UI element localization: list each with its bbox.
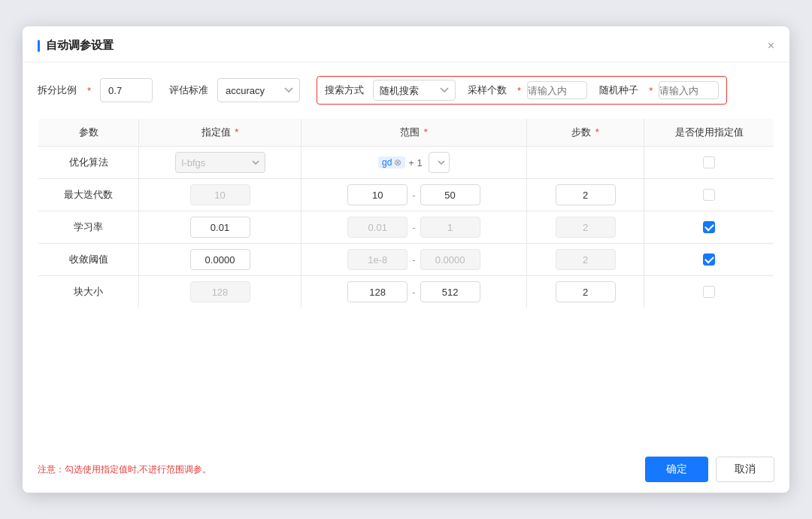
close-icon[interactable]: × xyxy=(768,40,774,52)
range-dropdown[interactable] xyxy=(429,152,450,173)
eval-standard-select[interactable]: accuracy f1 rmse xyxy=(217,78,300,102)
table-row: 块大小 - xyxy=(38,276,774,308)
split-ratio-input[interactable] xyxy=(100,78,153,102)
dialog-title: 自动调参设置 xyxy=(38,38,114,53)
table-row: 收敛阈值 - xyxy=(38,244,774,276)
range-to-input xyxy=(420,249,480,270)
params-table: 参数 指定值 * 范围 * 步数 * 是否使用指定值 xyxy=(38,118,774,308)
range-cell: - xyxy=(301,276,526,308)
table-row: 学习率 - xyxy=(38,211,774,244)
steps-cell xyxy=(526,244,644,276)
steps-input xyxy=(556,249,616,270)
range-from-input xyxy=(347,249,408,270)
steps-input xyxy=(556,217,616,238)
auto-tune-dialog: 自动调参设置 × 拆分比例 * 评估标准 accuracy f1 rmse 搜索… xyxy=(23,26,789,493)
steps-input[interactable] xyxy=(556,184,616,205)
footer-buttons: 确定 取消 xyxy=(645,457,774,482)
range-separator: - xyxy=(412,190,415,201)
range-cell: - xyxy=(301,179,526,211)
range-to-input xyxy=(420,217,480,238)
col-header-range: 范围 * xyxy=(301,119,526,147)
random-seed-input[interactable] xyxy=(659,81,719,99)
top-row: 拆分比例 * 评估标准 accuracy f1 rmse 搜索方式 随机搜索 网… xyxy=(38,76,774,105)
use-fixed-checkbox[interactable] xyxy=(703,253,715,266)
empty-area xyxy=(38,308,774,444)
table-row: 优化算法 l-bfgs gd ⊗ + 1 xyxy=(38,147,774,179)
col-header-fixed: 指定值 * xyxy=(139,119,301,147)
range-separator: - xyxy=(412,287,415,298)
dialog-header: 自动调参设置 × xyxy=(23,26,789,62)
table-row: 最大迭代数 - xyxy=(38,179,774,211)
confirm-button[interactable]: 确定 xyxy=(645,457,708,482)
use-fixed-checkbox[interactable] xyxy=(703,221,715,233)
range-cell: gd ⊗ + 1 xyxy=(301,147,526,179)
steps-cell xyxy=(526,147,644,179)
fixed-value-cell xyxy=(139,244,301,276)
param-name: 学习率 xyxy=(38,211,139,244)
search-method-label: 搜索方式 xyxy=(325,83,364,97)
sample-count-input[interactable] xyxy=(527,81,587,99)
optimizer-select[interactable]: l-bfgs xyxy=(175,152,265,173)
range-to-input[interactable] xyxy=(420,184,480,205)
footer-note: 注意：勾选使用指定值时,不进行范围调参。 xyxy=(38,463,211,476)
range-from-input[interactable] xyxy=(347,184,408,205)
range-tag-gd: gd ⊗ xyxy=(378,156,405,168)
use-fixed-checkbox[interactable] xyxy=(703,156,715,168)
fixed-value-cell xyxy=(139,179,301,211)
fixed-value-cell xyxy=(139,276,301,308)
split-ratio-label: 拆分比例 xyxy=(38,83,77,97)
use-fixed-cell xyxy=(644,211,774,244)
search-method-select[interactable]: 随机搜索 网格搜索 贝叶斯搜索 xyxy=(373,80,456,101)
param-name: 收敛阈值 xyxy=(38,244,139,276)
dialog-footer: 注意：勾选使用指定值时,不进行范围调参。 确定 取消 xyxy=(23,446,789,493)
steps-cell xyxy=(526,211,644,244)
eval-standard-label: 评估标准 xyxy=(169,83,208,97)
search-group: 搜索方式 随机搜索 网格搜索 贝叶斯搜索 采样个数 * 随机种子 * xyxy=(317,76,727,105)
random-seed-required: * xyxy=(649,85,653,96)
fixed-value-input xyxy=(190,281,250,302)
col-header-use-fixed: 是否使用指定值 xyxy=(644,119,774,147)
use-fixed-cell xyxy=(644,276,774,308)
col-header-param: 参数 xyxy=(38,119,139,147)
fixed-value-input[interactable] xyxy=(190,217,250,238)
range-from-input xyxy=(347,217,408,238)
fixed-value-input xyxy=(190,184,250,205)
steps-cell xyxy=(526,179,644,211)
steps-input[interactable] xyxy=(556,281,616,302)
dialog-body: 拆分比例 * 评估标准 accuracy f1 rmse 搜索方式 随机搜索 网… xyxy=(23,62,789,446)
param-name: 优化算法 xyxy=(38,147,139,179)
fixed-value-input[interactable] xyxy=(190,249,250,270)
tag-text: gd xyxy=(382,157,392,168)
range-from-input[interactable] xyxy=(347,281,408,302)
sample-count-required: * xyxy=(517,85,521,96)
range-cell: - xyxy=(301,244,526,276)
steps-cell xyxy=(526,276,644,308)
cancel-button[interactable]: 取消 xyxy=(716,457,774,482)
dialog-title-text: 自动调参设置 xyxy=(46,38,114,53)
use-fixed-cell xyxy=(644,147,774,179)
split-ratio-required: * xyxy=(87,85,91,96)
fixed-value-cell: l-bfgs xyxy=(139,147,301,179)
tag-add: + 1 xyxy=(408,157,422,168)
use-fixed-checkbox[interactable] xyxy=(703,189,715,201)
random-seed-label: 随机种子 xyxy=(599,83,638,97)
use-fixed-checkbox[interactable] xyxy=(703,286,715,298)
col-header-steps: 步数 * xyxy=(526,119,644,147)
title-bar-decoration xyxy=(38,40,40,52)
param-name: 块大小 xyxy=(38,276,139,308)
use-fixed-cell xyxy=(644,179,774,211)
range-to-input[interactable] xyxy=(420,281,480,302)
fixed-value-cell xyxy=(139,211,301,244)
use-fixed-cell xyxy=(644,244,774,276)
range-cell: - xyxy=(301,211,526,244)
param-name: 最大迭代数 xyxy=(38,179,139,211)
tag-close-icon[interactable]: ⊗ xyxy=(394,157,401,168)
sample-count-label: 采样个数 xyxy=(468,83,507,97)
range-separator: - xyxy=(412,254,415,266)
range-separator: - xyxy=(412,222,415,233)
